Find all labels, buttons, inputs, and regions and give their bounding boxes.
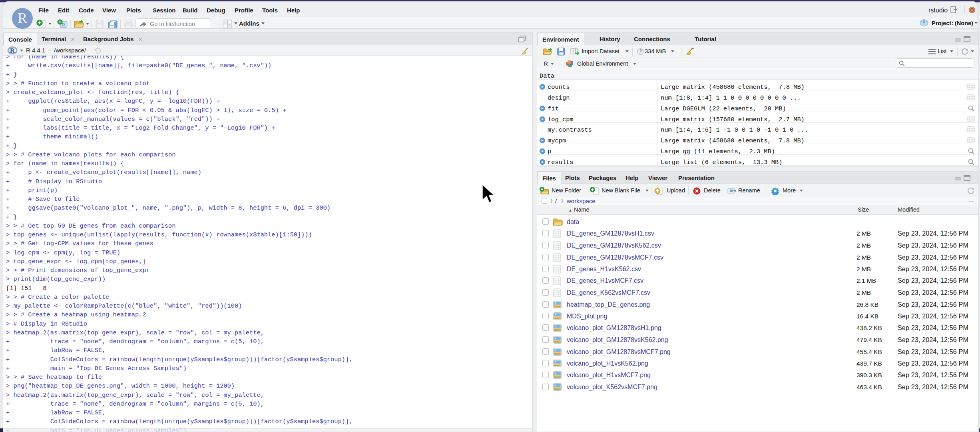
svg-text:R: R [10, 47, 15, 54]
svg-text:R: R [62, 22, 65, 28]
svg-text:R: R [923, 20, 925, 24]
